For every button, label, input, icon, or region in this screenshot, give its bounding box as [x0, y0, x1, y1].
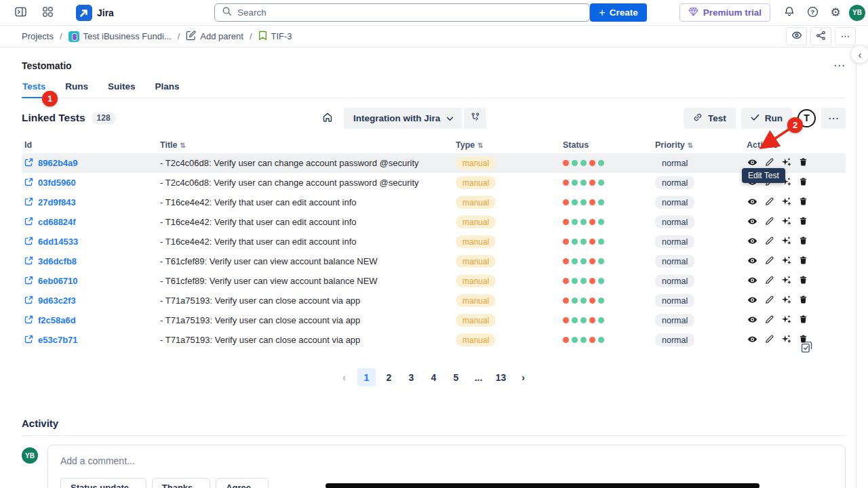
create-button[interactable]: + Create	[590, 3, 646, 22]
view-test-button[interactable]	[747, 216, 758, 228]
view-test-button[interactable]	[747, 256, 758, 268]
test-id-link[interactable]: 03fd5960	[22, 178, 157, 188]
pagination-page-2[interactable]: 2	[380, 368, 398, 386]
header-status[interactable]: Status	[560, 140, 652, 150]
edit-test-button[interactable]	[764, 216, 775, 228]
pagination-page-5[interactable]: 5	[447, 368, 465, 386]
test-id-link[interactable]: cd68824f	[22, 217, 157, 228]
pagination-page-3[interactable]: 3	[402, 368, 420, 386]
delete-test-button[interactable]	[797, 275, 809, 287]
header-id[interactable]: Id	[22, 140, 157, 150]
tab-runs[interactable]: Runs	[64, 81, 89, 98]
delete-test-button[interactable]	[797, 216, 809, 228]
edit-test-button[interactable]	[764, 295, 775, 307]
ai-actions-button[interactable]	[781, 334, 792, 346]
pagination-page-1[interactable]: 1	[357, 368, 376, 386]
view-test-button[interactable]	[747, 295, 758, 307]
bulk-select-button[interactable]	[801, 341, 813, 355]
test-id-link[interactable]: 6dd14533	[22, 237, 157, 247]
status-dot-failed	[589, 239, 595, 245]
test-id-link[interactable]: e53c7b71	[22, 335, 157, 346]
ai-actions-button[interactable]	[781, 197, 792, 209]
test-type: manual	[453, 294, 560, 307]
global-search[interactable]	[214, 3, 590, 22]
delete-test-button[interactable]	[797, 295, 809, 307]
collapse-panel-button[interactable]: ‹	[850, 45, 868, 64]
pagination-prev-button[interactable]: ‹	[335, 368, 353, 386]
view-test-button[interactable]	[747, 197, 758, 209]
link-test-button[interactable]: Test	[684, 108, 736, 129]
breadcrumb-project[interactable]: Test iBusiness Fundi...	[68, 31, 172, 42]
pagination-next-button[interactable]: ›	[514, 368, 532, 386]
test-id-link[interactable]: 27d9f843	[22, 197, 157, 208]
priority-badge: normal	[655, 157, 694, 169]
status-dot-passed	[572, 258, 578, 264]
delete-test-button[interactable]	[797, 314, 809, 327]
suite-dropdown[interactable]: Integration with Jira	[344, 108, 462, 129]
edit-test-button[interactable]	[764, 157, 775, 169]
delete-test-button[interactable]	[797, 157, 809, 169]
panel-more-button[interactable]: ⋯	[833, 58, 846, 73]
pagination-page-...[interactable]: ...	[469, 368, 488, 386]
ai-actions-button[interactable]	[781, 216, 792, 228]
quick-reply-2[interactable]: Thanks...	[152, 478, 210, 488]
ai-actions-button[interactable]	[781, 295, 792, 307]
jira-home-link[interactable]: Jira	[76, 5, 114, 21]
tab-plans[interactable]: Plans	[155, 81, 180, 98]
delete-test-button[interactable]	[797, 236, 809, 248]
edit-test-button[interactable]	[764, 314, 775, 327]
test-id-link[interactable]: 9d63c2f3	[22, 296, 157, 306]
pagination-page-13[interactable]: 13	[492, 368, 510, 386]
test-id-link[interactable]: 8962b4a9	[22, 158, 157, 169]
home-button[interactable]	[317, 108, 338, 128]
ai-actions-button[interactable]	[781, 256, 792, 268]
header-title[interactable]: Title⇅	[157, 140, 453, 150]
settings-button[interactable]: ⚙	[826, 3, 845, 22]
test-id-link[interactable]: 6eb06710	[22, 276, 157, 287]
run-button[interactable]: Run	[741, 108, 792, 129]
ai-actions-button[interactable]	[781, 314, 792, 327]
quick-reply-3[interactable]: Agree...	[216, 478, 269, 488]
ai-actions-button[interactable]	[781, 275, 792, 287]
user-avatar[interactable]: YB	[849, 5, 865, 21]
breadcrumb-issue[interactable]: TIF-3	[258, 30, 292, 43]
header-type[interactable]: Type⇅	[453, 140, 560, 150]
test-id-link[interactable]: 3d6dcfb8	[22, 256, 157, 267]
edit-test-button[interactable]	[764, 256, 775, 268]
type-badge: manual	[456, 176, 496, 189]
view-test-button[interactable]	[747, 334, 758, 346]
view-test-button[interactable]	[747, 157, 758, 169]
edit-test-button[interactable]	[764, 197, 775, 209]
breadcrumb-projects[interactable]: Projects	[22, 31, 54, 41]
delete-test-button[interactable]	[797, 197, 809, 209]
sidebar-toggle-button[interactable]	[11, 3, 30, 22]
delete-test-button[interactable]	[797, 177, 809, 189]
share-button[interactable]	[810, 27, 831, 45]
test-plan-button[interactable]	[463, 108, 486, 129]
notifications-button[interactable]	[780, 3, 799, 22]
ai-actions-button[interactable]	[781, 157, 792, 169]
premium-trial-button[interactable]: Premium trial	[679, 3, 770, 22]
edit-test-button[interactable]	[764, 275, 775, 287]
search-input[interactable]	[237, 7, 583, 18]
edit-test-button[interactable]	[764, 236, 775, 248]
header-priority[interactable]: Priority⇅	[652, 140, 744, 150]
edit-test-button[interactable]	[764, 334, 775, 346]
view-test-button[interactable]	[747, 275, 758, 287]
app-switcher-button[interactable]	[38, 3, 57, 22]
watch-button[interactable]	[786, 27, 807, 45]
delete-test-button[interactable]	[797, 256, 809, 268]
pagination-page-4[interactable]: 4	[425, 368, 443, 386]
ai-actions-button[interactable]	[781, 236, 792, 248]
test-id-link[interactable]: f2c58a6d	[22, 315, 157, 326]
add-parent-button[interactable]: Add parent	[186, 30, 243, 43]
sparkles-icon	[781, 216, 791, 228]
help-button[interactable]: ?	[803, 3, 822, 22]
view-test-button[interactable]	[747, 236, 758, 248]
quick-reply-1[interactable]: Status update...	[60, 478, 146, 488]
view-test-button[interactable]	[747, 314, 758, 327]
comment-input[interactable]: Add a comment... Status update...Thanks.…	[47, 445, 846, 488]
toolbar-more-button[interactable]: ⋯	[821, 108, 846, 129]
tab-suites[interactable]: Suites	[107, 81, 136, 98]
more-actions-button[interactable]: ⋯	[835, 27, 856, 45]
